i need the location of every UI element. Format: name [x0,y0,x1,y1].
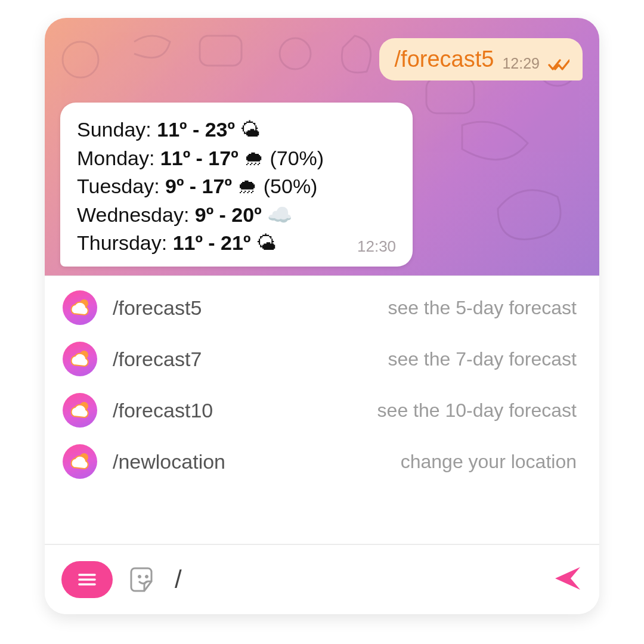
chat-background: /forecast5 12:29 Sunday: 11º - 23º 🌤Mond… [45,18,599,275]
outgoing-time: 12:29 [502,55,540,72]
input-bar [45,544,599,614]
command-description: see the 10-day forecast [295,400,581,422]
svg-point-11 [138,575,141,578]
bot-avatar-icon [63,444,97,479]
outgoing-message[interactable]: /forecast5 12:29 [379,38,583,80]
incoming-message[interactable]: Sunday: 11º - 23º 🌤Monday: 11º - 17º 🌧 (… [60,103,413,267]
svg-point-2 [280,38,311,69]
command-name: /forecast10 [113,399,280,422]
command-name: /forecast7 [113,348,280,371]
forecast-body: Sunday: 11º - 23º 🌤Monday: 11º - 17º 🌧 (… [77,116,396,258]
command-description: change your location [295,451,581,473]
command-suggestions: /forecast5see the 5-day forecast/forecas… [45,275,599,544]
command-description: see the 7-day forecast [295,348,581,370]
command-row[interactable]: /forecast10see the 10-day forecast [45,385,599,436]
message-input[interactable] [175,562,538,597]
sticker-button[interactable] [127,563,160,596]
command-description: see the 5-day forecast [295,297,581,319]
command-row[interactable]: /forecast5see the 5-day forecast [45,282,599,333]
forecast-line: Tuesday: 9º - 17º 🌧 (50%) [77,172,396,201]
command-name: /newlocation [113,450,280,473]
send-button[interactable] [553,564,583,596]
svg-rect-1 [200,36,242,66]
command-row[interactable]: /newlocationchange your location [45,436,599,487]
read-checks-icon [548,58,569,72]
forecast-line: Monday: 11º - 17º 🌧 (70%) [77,144,396,173]
commands-menu-button[interactable] [61,561,113,598]
svg-rect-5 [426,78,474,113]
chat-window: /forecast5 12:29 Sunday: 11º - 23º 🌤Mond… [45,18,599,614]
svg-point-0 [63,42,98,78]
bot-avatar-icon [63,342,97,376]
bot-avatar-icon [63,290,97,325]
outgoing-text: /forecast5 [395,47,494,72]
svg-point-12 [145,575,148,578]
bot-avatar-icon [63,393,97,428]
forecast-line: Sunday: 11º - 23º 🌤 [77,116,396,144]
command-name: /forecast5 [113,296,280,320]
command-row[interactable]: /forecast7see the 7-day forecast [45,333,599,385]
forecast-line: Wednesday: 9º - 20º ☁️ [77,201,396,230]
